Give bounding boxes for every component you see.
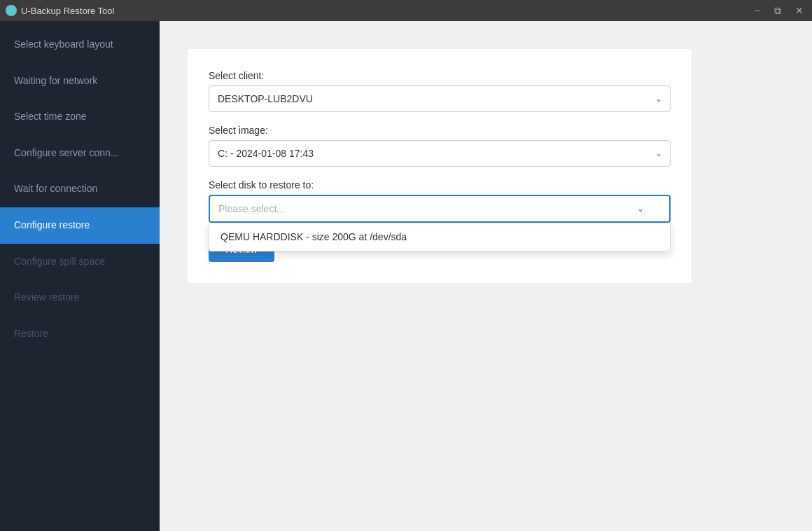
app-body: Select keyboard layout Waiting for netwo… <box>0 21 812 531</box>
sidebar-item-review-restore: Review restore <box>0 280 160 316</box>
client-select[interactable]: DESKTOP-LUB2DVU <box>209 85 671 112</box>
close-button[interactable]: ✕ <box>792 4 806 17</box>
image-label: Select image: <box>209 125 671 136</box>
client-group: Select client: DESKTOP-LUB2DVU ⌄ <box>209 70 671 112</box>
content-area: Select client: DESKTOP-LUB2DVU ⌄ Select … <box>160 21 812 531</box>
sidebar-item-restore: Restore <box>0 316 160 352</box>
sidebar-item-select-keyboard-layout[interactable]: Select keyboard layout <box>0 27 160 63</box>
disk-select-chevron-icon: ⌄ <box>637 204 644 214</box>
disk-label: Select disk to restore to: <box>209 179 671 191</box>
disk-select-input[interactable]: Please select... ⌄ <box>209 195 671 223</box>
configure-restore-form: Select client: DESKTOP-LUB2DVU ⌄ Select … <box>188 49 692 283</box>
image-select[interactable]: C: - 2024-01-08 17:43 <box>209 140 671 167</box>
title-bar: U-Backup Restore Tool − ⧉ ✕ <box>0 0 812 21</box>
disk-select-wrapper: Please select... ⌄ QEMU HARDDISK - size … <box>209 195 671 223</box>
sidebar-item-configure-server-conn[interactable]: Configure server conn... <box>0 135 160 172</box>
sidebar-item-waiting-for-network[interactable]: Waiting for network <box>0 63 160 99</box>
client-select-wrapper: DESKTOP-LUB2DVU ⌄ <box>209 85 671 112</box>
sidebar-item-configure-restore[interactable]: Configure restore <box>0 207 160 244</box>
sidebar: Select keyboard layout Waiting for netwo… <box>0 21 160 531</box>
minimize-button[interactable]: − <box>752 4 763 17</box>
window-controls: − ⧉ ✕ <box>752 4 806 17</box>
image-group: Select image: C: - 2024-01-08 17:43 ⌄ <box>209 125 671 167</box>
disk-select-placeholder: Please select... <box>218 203 285 214</box>
image-select-wrapper: C: - 2024-01-08 17:43 ⌄ <box>209 140 671 167</box>
sidebar-item-configure-spill-space: Configure spill space <box>0 244 160 280</box>
window-title: U-Backup Restore Tool <box>21 6 114 16</box>
sidebar-item-select-time-zone[interactable]: Select time zone <box>0 99 160 135</box>
disk-dropdown: QEMU HARDDISK - size 200G at /dev/sda <box>209 223 671 251</box>
disk-option-item[interactable]: QEMU HARDDISK - size 200G at /dev/sda <box>209 223 670 251</box>
client-label: Select client: <box>209 70 671 81</box>
title-bar-left: U-Backup Restore Tool <box>6 5 114 16</box>
app-icon <box>6 5 17 16</box>
restore-button[interactable]: ⧉ <box>771 4 784 17</box>
sidebar-item-wait-for-connection[interactable]: Wait for connection <box>0 171 160 207</box>
disk-group: Select disk to restore to: Please select… <box>209 179 671 223</box>
